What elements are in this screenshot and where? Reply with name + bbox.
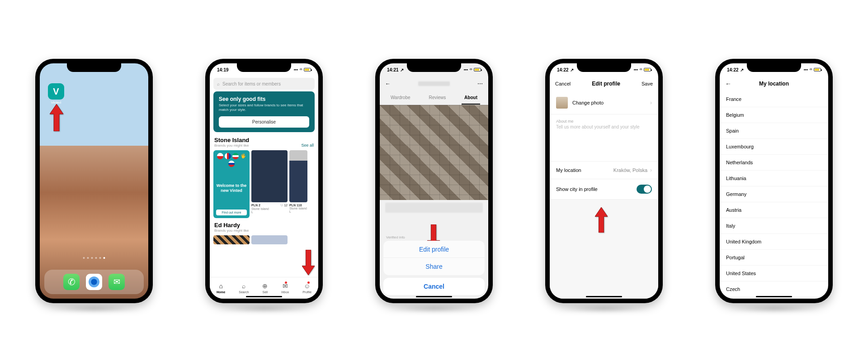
tab-label: Inbox — [281, 291, 289, 294]
action-sheet: Edit profile Share Cancel — [383, 241, 485, 295]
product-size: L — [251, 210, 288, 214]
profile-photo-pixelated — [380, 105, 488, 200]
notch — [67, 61, 121, 72]
home-indicator[interactable] — [246, 296, 282, 297]
home-indicator[interactable] — [586, 296, 622, 297]
share-button[interactable]: Share — [383, 258, 485, 275]
search-input[interactable]: ⌕ Search for items or members — [213, 78, 315, 90]
country-item-lithuania[interactable]: Lithuania — [720, 171, 828, 186]
country-item-italy[interactable]: Italy — [720, 218, 828, 234]
product-image — [251, 150, 288, 202]
find-out-more-button[interactable]: Find out more — [216, 210, 247, 215]
country-item-belgium[interactable]: Belgium — [720, 107, 828, 123]
edit-profile-screen: 14:22↗ ▪▪▪ ⌔ Cancel Edit profile Save Ch… — [550, 63, 658, 299]
country-item-czech[interactable]: Czech — [720, 281, 828, 297]
country-item-slovakia[interactable]: Slovakia — [720, 297, 828, 299]
tab-bar: ⌂Home ⌕Search ⊕Sell ✉Inbox ☺Profile — [210, 277, 318, 299]
search-icon: ⌕ — [217, 81, 220, 86]
country-item-austria[interactable]: Austria — [720, 202, 828, 218]
phone-1: V Vinted ✆ ✉ — [35, 59, 153, 303]
edit-profile-button[interactable]: Edit profile — [383, 241, 485, 258]
page-title: My location — [759, 81, 789, 87]
tab-label: Search — [239, 291, 249, 294]
battery-icon — [304, 68, 311, 71]
tab-label: Profile — [302, 291, 311, 294]
home-indicator[interactable] — [756, 296, 792, 297]
search-icon: ⌕ — [242, 282, 245, 290]
country-item-spain[interactable]: Spain — [720, 123, 828, 139]
country-item-netherlands[interactable]: Netherlands — [720, 155, 828, 171]
section-subtitle: Brands you might like — [214, 229, 249, 233]
phone-app-icon[interactable]: ✆ — [63, 274, 80, 290]
product-card-1[interactable]: PLN 2♡ 12 Stone Island L — [251, 150, 288, 218]
wifi-icon: ⌔ — [470, 67, 472, 72]
nav-bar: ← My location — [720, 76, 828, 91]
back-button[interactable]: ← — [725, 80, 731, 87]
show-city-toggle[interactable] — [637, 185, 652, 194]
page-title: Edit profile — [592, 81, 620, 87]
vinted-app-icon[interactable]: V — [48, 83, 64, 100]
personalise-button[interactable]: Personalise — [219, 116, 309, 128]
welcome-card[interactable]: 🖐 Welcome to the new Vinted Find out mor… — [213, 150, 250, 218]
product-row-2[interactable] — [210, 233, 318, 246]
product-price: PLN 110 — [289, 204, 302, 207]
phone-3: 14:21↗ ▪▪▪ ⌔ ← ⋯ Wardrobe Reviews About … — [375, 59, 493, 303]
phone-4: 14:22↗ ▪▪▪ ⌔ Cancel Edit profile Save Ch… — [545, 59, 663, 303]
show-city-label: Show city in profile — [556, 186, 598, 192]
messages-app-icon[interactable]: ✉ — [108, 274, 125, 290]
change-photo-label: Change photo — [572, 100, 604, 105]
status-time: 14:22 — [557, 67, 569, 72]
about-me-input[interactable]: Tell us more about yourself and your sty… — [550, 124, 658, 161]
sell-icon: ⊕ — [262, 282, 268, 290]
country-list[interactable]: France Belgium Spain Luxembourg Netherla… — [720, 91, 828, 299]
section-stone-island: Stone Island Brands you might like See a… — [210, 133, 318, 148]
tab-search[interactable]: ⌕Search — [239, 282, 249, 294]
tab-sell[interactable]: ⊕Sell — [262, 282, 268, 294]
signal-icon: ▪▪▪ — [633, 67, 638, 72]
my-location-value: Kraków, Polska — [613, 167, 647, 173]
product-row[interactable]: 🖐 Welcome to the new Vinted Find out mor… — [210, 148, 318, 220]
tab-reviews[interactable]: Reviews — [426, 91, 448, 105]
more-button[interactable]: ⋯ — [477, 81, 483, 87]
see-all-link[interactable]: See all — [301, 143, 314, 148]
personalise-banner: See only good fits Select your sizes and… — [213, 91, 315, 132]
safari-app-icon[interactable] — [86, 274, 102, 290]
country-item-france[interactable]: France — [720, 91, 828, 107]
product-thumb — [213, 235, 250, 244]
username-redacted — [418, 81, 450, 86]
back-button[interactable]: ← — [385, 81, 391, 87]
save-button[interactable]: Save — [642, 81, 653, 86]
status-time: 14:22 — [727, 67, 739, 72]
battery-icon — [644, 68, 651, 71]
signal-icon: ▪▪▪ — [803, 67, 808, 72]
product-brand: Stone Island — [251, 207, 288, 210]
chevron-right-icon: › — [650, 100, 652, 106]
country-item-us[interactable]: United States — [720, 266, 828, 281]
tab-label: Sell — [262, 291, 268, 294]
profile-tabs: Wardrobe Reviews About — [380, 91, 488, 105]
home-icon: ⌂ — [219, 282, 222, 290]
cancel-button[interactable]: Cancel — [555, 81, 571, 86]
section-title: Stone Island — [214, 137, 249, 143]
tab-home[interactable]: ⌂Home — [217, 282, 225, 294]
country-item-germany[interactable]: Germany — [720, 186, 828, 202]
status-time: 14:21 — [387, 67, 399, 72]
notch — [237, 61, 291, 72]
home-indicator[interactable] — [416, 296, 452, 297]
avatar-thumb — [556, 97, 568, 109]
product-likes: ♡ 12 — [280, 204, 288, 207]
my-location-row[interactable]: My location Kraków, Polska › — [550, 161, 658, 179]
product-card-2[interactable]: PLN 110 Stone Island L — [289, 150, 307, 218]
tab-inbox[interactable]: ✉Inbox — [281, 282, 289, 294]
chevron-right-icon: › — [650, 167, 652, 173]
tab-about[interactable]: About — [462, 91, 480, 105]
country-item-uk[interactable]: United Kingdom — [720, 234, 828, 250]
signal-icon: ▪▪▪ — [293, 67, 298, 72]
country-item-portugal[interactable]: Portugal — [720, 250, 828, 266]
tab-wardrobe[interactable]: Wardrobe — [388, 91, 413, 105]
cancel-button[interactable]: Cancel — [383, 278, 485, 295]
change-photo-row[interactable]: Change photo › — [550, 91, 658, 114]
country-item-luxembourg[interactable]: Luxembourg — [720, 139, 828, 155]
tab-profile[interactable]: ☺Profile — [302, 282, 311, 294]
product-brand: Stone Island — [289, 207, 307, 210]
